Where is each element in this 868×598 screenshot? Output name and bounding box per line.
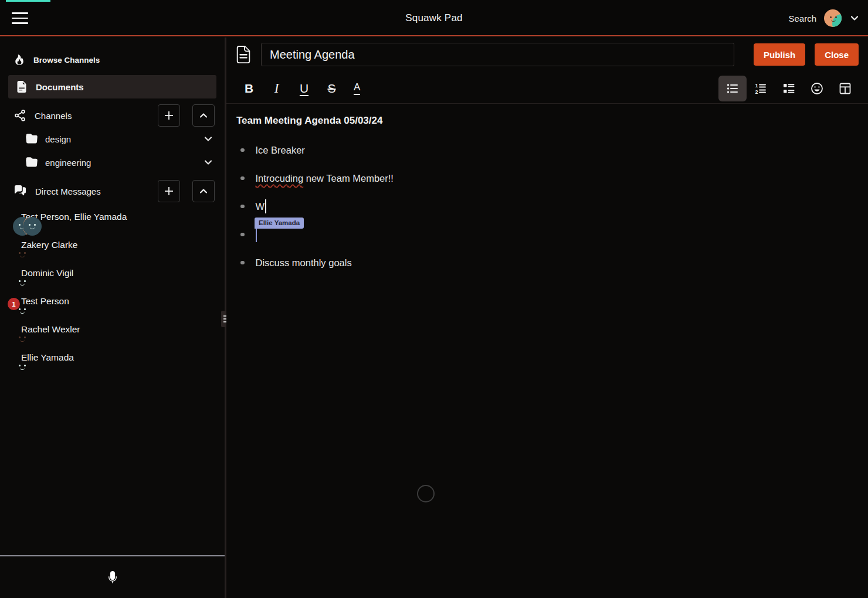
flame-icon — [14, 55, 25, 65]
add-direct-message-button[interactable] — [158, 180, 180, 202]
bold-button[interactable]: B — [235, 76, 263, 101]
dm-item-group[interactable]: Test Person, Ellie Yamada — [0, 203, 225, 231]
bullet-dot-icon — [240, 176, 245, 181]
dm-name: Zakery Clarke — [21, 240, 77, 250]
bullet-text: W — [256, 201, 265, 212]
text-caret — [265, 199, 266, 213]
editor-panel: Publish Close B I U S A 12 Team Meeting … — [226, 38, 868, 598]
dm-item-test-person[interactable]: 1 Test Person — [0, 287, 225, 315]
channels-label: Channels — [35, 111, 72, 121]
table-button[interactable] — [831, 76, 859, 101]
document-icon — [16, 81, 28, 93]
remote-cursor-name-label: Ellie Yamada — [255, 218, 304, 229]
emoji-button[interactable] — [803, 76, 831, 101]
misspelled-word: Introcuding — [256, 173, 304, 184]
bullet-item-empty[interactable] — [236, 220, 856, 249]
underline-button[interactable]: U — [290, 76, 318, 101]
document-outline-icon — [235, 43, 252, 66]
channel-name: engineering — [45, 158, 91, 168]
svg-text:2: 2 — [755, 89, 758, 95]
dm-name: Rachel Wexler — [21, 324, 80, 335]
dm-name: Ellie Yamada — [21, 352, 74, 363]
microphone-button[interactable] — [106, 571, 119, 584]
formatting-toolbar: B I U S A 12 — [226, 73, 868, 104]
account-chevron-down-icon[interactable] — [849, 13, 860, 23]
strikethrough-button[interactable]: S — [318, 76, 345, 101]
app-header: Squawk Pad Search — [0, 0, 868, 36]
document-header: Publish Close — [235, 42, 859, 67]
bullet-dot-icon — [240, 233, 245, 237]
bullet-dot-icon — [240, 261, 245, 265]
bullet-text: Ice Breaker — [256, 145, 305, 156]
user-avatar[interactable] — [824, 9, 842, 27]
dm-item-rachel-wexler[interactable]: Rachel Wexler — [0, 315, 225, 344]
dm-item-ellie-yamada[interactable]: Ellie Yamada — [0, 344, 225, 372]
search-button[interactable]: Search — [788, 13, 816, 23]
app-title: Squawk Pad — [0, 0, 868, 36]
document-body[interactable]: Team Meeting Agenda 05/03/24 Ice Breaker… — [236, 114, 856, 277]
collapse-direct-messages-button[interactable] — [192, 180, 215, 202]
bullet-dot-icon — [240, 205, 245, 209]
document-title-input[interactable] — [261, 43, 734, 66]
collapse-channels-button[interactable] — [192, 104, 215, 127]
bullet-text: new Team Member!! — [303, 173, 394, 184]
documents-label: Documents — [36, 82, 84, 92]
folder-icon — [26, 157, 38, 168]
italic-button[interactable]: I — [263, 76, 290, 101]
chat-bubbles-icon — [13, 185, 27, 198]
sidebar-channel-design[interactable]: design — [0, 127, 225, 151]
svg-text:1: 1 — [755, 83, 758, 89]
pointer-cursor-indicator — [417, 485, 435, 502]
dm-item-dominic-vigil[interactable]: Dominic Vigil — [0, 259, 225, 287]
remote-caret — [256, 227, 257, 242]
bullet-dot-icon — [240, 148, 245, 152]
dm-name: Dominic Vigil — [21, 268, 73, 278]
sidebar-section-direct-messages[interactable]: Direct Messages — [0, 179, 225, 203]
unread-badge: 1 — [8, 298, 20, 310]
dm-item-zakery-clarke[interactable]: Zakery Clarke — [0, 231, 225, 259]
bullet-item[interactable]: W — [236, 192, 856, 220]
bullet-item[interactable]: Introcuding new Team Member!! — [236, 164, 856, 192]
sidebar: Browse Channels Documents Channels desig… — [0, 38, 225, 598]
document-heading: Team Meeting Agenda 05/03/24 — [236, 114, 856, 128]
expand-chevron-down-icon[interactable] — [204, 134, 213, 144]
network-icon — [13, 109, 26, 122]
text-style-button[interactable]: A — [354, 82, 360, 95]
sidebar-channel-engineering[interactable]: engineering — [0, 151, 225, 174]
bullet-text: Discuss monthly goals — [256, 257, 352, 269]
numbered-list-button[interactable]: 12 — [747, 76, 775, 101]
direct-messages-label: Direct Messages — [35, 186, 101, 196]
bullet-item[interactable]: Ice Breaker — [236, 136, 856, 164]
close-button[interactable]: Close — [815, 43, 859, 66]
publish-button[interactable]: Publish — [754, 43, 805, 66]
sidebar-section-channels[interactable]: Channels — [0, 104, 225, 127]
add-channel-button[interactable] — [158, 104, 180, 127]
expand-chevron-down-icon[interactable] — [204, 158, 213, 167]
checklist-button[interactable] — [775, 76, 803, 101]
bullet-list-button[interactable] — [718, 76, 747, 101]
folder-icon — [26, 133, 38, 145]
dm-name: Test Person — [21, 296, 69, 307]
sidebar-footer — [0, 555, 225, 598]
sidebar-item-browse-channels[interactable]: Browse Channels — [0, 50, 225, 70]
channel-name: design — [45, 134, 71, 144]
sidebar-item-documents[interactable]: Documents — [8, 75, 216, 98]
browse-channels-label: Browse Channels — [33, 56, 100, 64]
bullet-item[interactable]: Discuss monthly goals — [236, 249, 856, 277]
